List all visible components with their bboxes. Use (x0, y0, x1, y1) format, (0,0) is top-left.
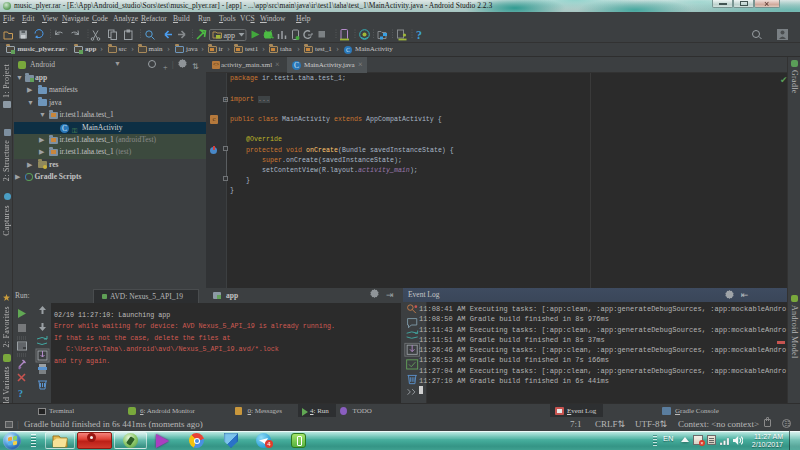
svg-text:?: ? (18, 388, 23, 399)
svg-text:app: app (224, 31, 236, 40)
svg-text:?: ? (416, 28, 422, 42)
